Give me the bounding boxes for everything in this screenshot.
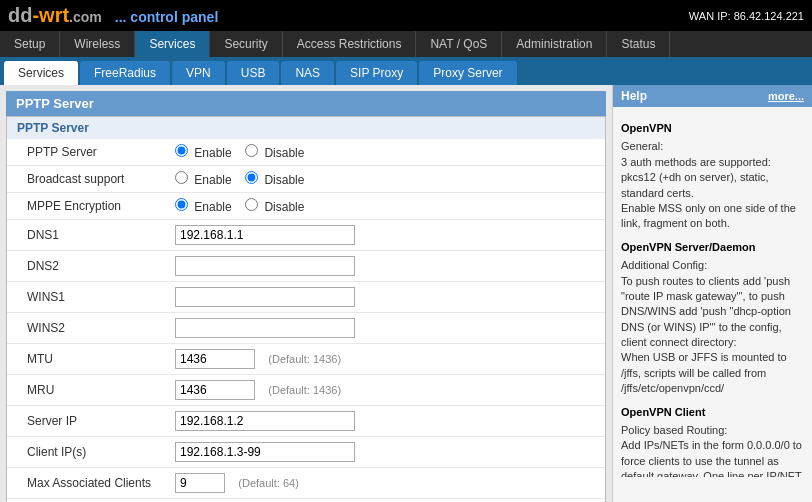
field-client-ips: Client IP(s) xyxy=(7,437,605,468)
field-server-ip: Server IP xyxy=(7,406,605,437)
nav-tab-security[interactable]: Security xyxy=(210,31,282,57)
nav-tab-services[interactable]: Services xyxy=(135,31,210,57)
help-header: Help more... xyxy=(613,85,812,107)
field-mtu: MTU (Default: 1436) xyxy=(7,344,605,375)
help-openvpn-client-content: Policy based Routing:Add IPs/NETs in the… xyxy=(621,423,804,477)
help-openvpn-server-title: OpenVPN Server/Daemon xyxy=(621,240,804,255)
sidebar: Help more... OpenVPN General:3 auth meth… xyxy=(612,85,812,502)
field-pptp-server: PPTP Server Enable Disable xyxy=(7,139,605,166)
help-openvpn-content: General:3 auth methods are supported: pk… xyxy=(621,139,804,231)
nav-tab-setup[interactable]: Setup xyxy=(0,31,60,57)
field-wins2-value xyxy=(167,313,605,344)
sub-tab-usb[interactable]: USB xyxy=(227,61,280,85)
nav-tab-nat-qos[interactable]: NAT / QoS xyxy=(416,31,502,57)
broadcast-enable-text: Enable xyxy=(194,173,231,187)
field-dns1-value xyxy=(167,220,605,251)
field-dns2: DNS2 xyxy=(7,251,605,282)
field-dns2-label: DNS2 xyxy=(7,251,167,282)
dns1-input[interactable] xyxy=(175,225,355,245)
field-wins1: WINS1 xyxy=(7,282,605,313)
pptp-enable-label: Enable xyxy=(175,146,235,160)
mru-input[interactable] xyxy=(175,380,255,400)
main: PPTP Server PPTP Server PPTP Server Enab… xyxy=(0,85,812,502)
pptp-disable-text: Disable xyxy=(264,146,304,160)
field-mppe: MPPE Encryption Enable Disable xyxy=(7,193,605,220)
help-section-openvpn-client: OpenVPN Client Policy based Routing:Add … xyxy=(621,405,804,477)
form-section: PPTP Server PPTP Server Enable Disable xyxy=(6,116,606,502)
mppe-enable-radio[interactable] xyxy=(175,198,188,211)
field-broadcast: Broadcast support Enable Disable xyxy=(7,166,605,193)
mppe-disable-label: Disable xyxy=(245,200,304,214)
sub-tab-freeradius[interactable]: FreeRadius xyxy=(80,61,170,85)
mppe-enable-text: Enable xyxy=(194,200,231,214)
field-mtu-label: MTU xyxy=(7,344,167,375)
mppe-disable-radio[interactable] xyxy=(245,198,258,211)
field-auth: Authentication Radius Local User Managem… xyxy=(7,499,605,503)
field-wins1-label: WINS1 xyxy=(7,282,167,313)
mru-hint: (Default: 1436) xyxy=(268,384,341,396)
sub-tabs: Services FreeRadius VPN USB NAS SIP Prox… xyxy=(0,57,812,85)
field-max-clients-label: Max Associated Clients xyxy=(7,468,167,499)
pptp-disable-radio[interactable] xyxy=(245,144,258,157)
dns2-input[interactable] xyxy=(175,256,355,276)
help-content: OpenVPN General:3 auth methods are suppo… xyxy=(613,107,812,477)
help-section-openvpn: OpenVPN General:3 auth methods are suppo… xyxy=(621,121,804,232)
sub-tab-nas[interactable]: NAS xyxy=(281,61,334,85)
nav-tab-status[interactable]: Status xyxy=(607,31,670,57)
field-server-ip-label: Server IP xyxy=(7,406,167,437)
help-openvpn-server-content: Additional Config:To push routes to clie… xyxy=(621,258,804,397)
server-ip-input[interactable] xyxy=(175,411,355,431)
sub-tab-proxy-server[interactable]: Proxy Server xyxy=(419,61,516,85)
field-pptp-server-label: PPTP Server xyxy=(7,139,167,166)
broadcast-disable-text: Disable xyxy=(264,173,304,187)
field-mppe-label: MPPE Encryption xyxy=(7,193,167,220)
logo-cp: ... control panel xyxy=(115,9,218,25)
help-title: Help xyxy=(621,89,647,103)
pptp-enable-radio[interactable] xyxy=(175,144,188,157)
help-more-button[interactable]: more... xyxy=(768,90,804,102)
mppe-enable-label: Enable xyxy=(175,200,235,214)
broadcast-disable-radio[interactable] xyxy=(245,171,258,184)
broadcast-enable-radio[interactable] xyxy=(175,171,188,184)
logo: dd-wrt.com ... control panel xyxy=(8,4,218,27)
wan-ip: WAN IP: 86.42.124.221 xyxy=(689,10,804,22)
nav-tab-access-restrictions[interactable]: Access Restrictions xyxy=(283,31,417,57)
logo-dd: dd xyxy=(8,4,32,26)
mtu-input[interactable] xyxy=(175,349,255,369)
field-max-clients-value: (Default: 64) xyxy=(167,468,605,499)
field-dns2-value xyxy=(167,251,605,282)
form-section-title: PPTP Server xyxy=(7,117,605,139)
field-wins1-value xyxy=(167,282,605,313)
field-broadcast-value: Enable Disable xyxy=(167,166,605,193)
field-max-clients: Max Associated Clients (Default: 64) xyxy=(7,468,605,499)
field-dns1-label: DNS1 xyxy=(7,220,167,251)
client-ips-input[interactable] xyxy=(175,442,355,462)
mtu-hint: (Default: 1436) xyxy=(268,353,341,365)
field-broadcast-label: Broadcast support xyxy=(7,166,167,193)
field-pptp-server-value: Enable Disable xyxy=(167,139,605,166)
field-mtu-value: (Default: 1436) xyxy=(167,344,605,375)
field-mppe-value: Enable Disable xyxy=(167,193,605,220)
nav-tab-wireless[interactable]: Wireless xyxy=(60,31,135,57)
nav-tabs: Setup Wireless Services Security Access … xyxy=(0,31,812,57)
sub-tab-vpn[interactable]: VPN xyxy=(172,61,225,85)
header: dd-wrt.com ... control panel WAN IP: 86.… xyxy=(0,0,812,31)
sub-tab-services[interactable]: Services xyxy=(4,61,78,85)
field-mru-value: (Default: 1436) xyxy=(167,375,605,406)
broadcast-disable-label: Disable xyxy=(245,173,304,187)
sub-tab-sip-proxy[interactable]: SIP Proxy xyxy=(336,61,417,85)
mppe-disable-text: Disable xyxy=(264,200,304,214)
broadcast-enable-label: Enable xyxy=(175,173,235,187)
field-wins2-label: WINS2 xyxy=(7,313,167,344)
field-mru: MRU (Default: 1436) xyxy=(7,375,605,406)
field-dns1: DNS1 xyxy=(7,220,605,251)
wins2-input[interactable] xyxy=(175,318,355,338)
pptp-disable-label: Disable xyxy=(245,146,304,160)
wins1-input[interactable] xyxy=(175,287,355,307)
help-openvpn-title: OpenVPN xyxy=(621,121,804,136)
max-clients-input[interactable] xyxy=(175,473,225,493)
field-wins2: WINS2 xyxy=(7,313,605,344)
field-auth-label: Authentication xyxy=(7,499,167,503)
help-section-openvpn-server: OpenVPN Server/Daemon Additional Config:… xyxy=(621,240,804,397)
nav-tab-administration[interactable]: Administration xyxy=(502,31,607,57)
